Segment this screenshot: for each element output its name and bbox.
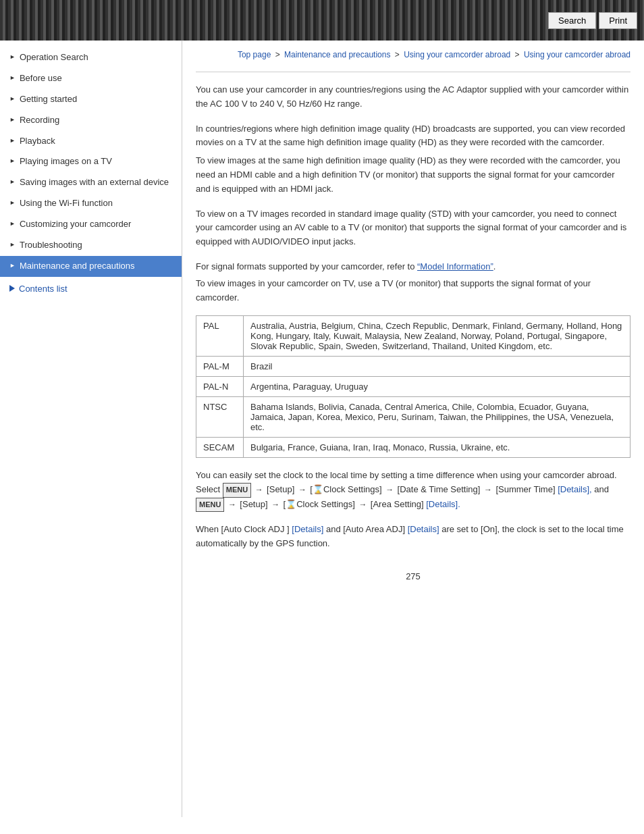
content-divider — [196, 72, 630, 72]
contents-list-link[interactable]: Contents list — [0, 277, 182, 301]
page-number: 275 — [196, 571, 630, 581]
breadcrumb-current[interactable]: Using your camcorder abroad — [524, 50, 630, 59]
para-std-quality: To view on a TV images recorded in stand… — [196, 207, 630, 249]
sidebar-item-label: Playback — [20, 136, 55, 147]
table-row: PAL-N Argentina, Paraguay, Uruguay — [196, 377, 630, 397]
clock-settings-text-1: [⌛Clock Settings] — [310, 484, 381, 494]
clock-settings-section: You can easily set the clock to the loca… — [196, 469, 630, 512]
model-info-link[interactable]: “Model Information” — [417, 261, 493, 271]
contents-list-label: Contents list — [19, 284, 68, 294]
arrow-icon: ► — [9, 199, 16, 207]
contents-list-arrow-icon — [9, 285, 15, 292]
table-row: PAL Australia, Austria, Belgium, China, … — [196, 316, 630, 357]
arrow-icon: ► — [9, 262, 16, 270]
table-desc-secam: Bulgaria, France, Guiana, Iran, Iraq, Mo… — [244, 438, 630, 458]
sidebar-item-label: Operation Search — [20, 52, 88, 63]
summer-time-text: [Summer Time] — [495, 484, 555, 494]
sidebar-item-playing-images[interactable]: ► Playing images on a TV — [0, 151, 182, 172]
search-button[interactable]: Search — [548, 12, 596, 29]
sidebar-item-operation-search[interactable]: ► Operation Search — [0, 47, 182, 68]
auto-clock-section: When [Auto Clock ADJ ] [Details] and [Au… — [196, 523, 630, 551]
arrow-icon: ► — [9, 178, 16, 186]
sidebar-item-label: Getting started — [20, 94, 77, 105]
table-label-paln: PAL-N — [196, 377, 244, 397]
para-ac-adaptor: You can use your camcorder in any countr… — [196, 83, 630, 111]
para-hd-broadcast-text2: To view images at the same high definiti… — [196, 154, 630, 196]
table-desc-paln: Argentina, Paraguay, Uruguay — [244, 377, 630, 397]
breadcrumb: Top page > Maintenance and precautions >… — [196, 49, 630, 61]
sidebar-item-label: Customizing your camcorder — [20, 219, 131, 230]
main-layout: ► Operation Search ► Before use ► Gettin… — [0, 41, 644, 817]
arrow-icon: ► — [9, 241, 16, 249]
setup-text-2: [Setup] — [240, 499, 267, 509]
table-desc-pal: Australia, Austria, Belgium, China, Czec… — [244, 316, 630, 357]
sidebar-item-customizing[interactable]: ► Customizing your camcorder — [0, 214, 182, 235]
sidebar-item-label: Troubleshooting — [20, 240, 82, 251]
arrow-icon: ► — [9, 116, 16, 124]
sidebar-item-getting-started[interactable]: ► Getting started — [0, 89, 182, 110]
clock-settings-text-2: [⌛Clock Settings] — [284, 499, 355, 509]
table-row: NTSC Bahama Islands, Bolivia, Canada, Ce… — [196, 397, 630, 438]
arrow-icon: ► — [9, 95, 16, 103]
arrow-1: → — [255, 485, 265, 494]
arrow-icon: ► — [9, 74, 16, 82]
content-area: Top page > Maintenance and precautions >… — [182, 41, 644, 817]
table-desc-palm: Brazil — [244, 357, 630, 377]
sidebar-item-recording[interactable]: ► Recording — [0, 110, 182, 131]
breadcrumb-sep3: > — [515, 50, 522, 59]
table-label-ntsc: NTSC — [196, 397, 244, 438]
sidebar-item-label: Using the Wi-Fi function — [20, 198, 113, 209]
table-row: PAL-M Brazil — [196, 357, 630, 377]
para-std-quality-text: To view on a TV images recorded in stand… — [196, 209, 626, 247]
auto-clock-text: When [Auto Clock ADJ ] [Details] and [Au… — [196, 523, 630, 551]
details-link-2[interactable]: [Details]. — [426, 499, 460, 509]
sidebar-item-using-wifi[interactable]: ► Using the Wi-Fi function — [0, 193, 182, 214]
header-buttons: Search Print — [548, 12, 637, 29]
arrow-icon: ► — [9, 220, 16, 228]
breadcrumb-sep1: > — [275, 50, 282, 59]
arrow-2: → — [298, 485, 308, 494]
menu-button-2: MENU — [196, 498, 224, 513]
table-label-palm: PAL-M — [196, 357, 244, 377]
sidebar-item-label: Saving images with an external device — [20, 177, 169, 188]
clock-settings-text: You can easily set the clock to the loca… — [196, 469, 630, 512]
table-desc-ntsc: Bahama Islands, Bolivia, Canada, Central… — [244, 397, 630, 438]
header: Search Print — [0, 0, 644, 41]
menu-button-1: MENU — [223, 483, 251, 498]
para-ac-adaptor-text: You can use your camcorder in any countr… — [196, 84, 628, 109]
arrow-6: → — [271, 500, 281, 509]
auto-clock-details-2[interactable]: [Details] — [408, 524, 439, 534]
para-signal-format-text1: For signal formats supported by your cam… — [196, 260, 630, 274]
signal-format-table: PAL Australia, Austria, Belgium, China, … — [196, 315, 630, 458]
sidebar: ► Operation Search ► Before use ► Gettin… — [0, 41, 182, 817]
print-button[interactable]: Print — [599, 12, 637, 29]
setup-text-1: [Setup] — [267, 484, 294, 494]
area-setting-text: [Area Setting] — [371, 499, 424, 509]
breadcrumb-sep2: > — [395, 50, 402, 59]
breadcrumb-abroad-link[interactable]: Using your camcorder abroad — [404, 50, 510, 59]
arrow-3: → — [385, 485, 396, 494]
table-label-secam: SECAM — [196, 438, 244, 458]
sidebar-item-label: Playing images on a TV — [20, 156, 112, 167]
sidebar-item-label: Recording — [20, 115, 59, 126]
arrow-icon: ► — [9, 53, 16, 61]
sidebar-item-label: Maintenance and precautions — [20, 261, 135, 272]
sidebar-item-label: Before use — [20, 73, 62, 84]
sidebar-item-maintenance[interactable]: ► Maintenance and precautions — [0, 256, 182, 277]
arrow-7: → — [358, 500, 369, 509]
arrow-icon: ► — [9, 157, 16, 165]
breadcrumb-top[interactable]: Top page — [238, 50, 271, 59]
para-hd-broadcast: In countries/regions where high definiti… — [196, 122, 630, 197]
arrow-5: → — [228, 500, 238, 509]
sidebar-item-saving-images[interactable]: ► Saving images with an external device — [0, 172, 182, 193]
sidebar-item-playback[interactable]: ► Playback — [0, 131, 182, 152]
sidebar-item-troubleshooting[interactable]: ► Troubleshooting — [0, 235, 182, 256]
para-hd-broadcast-text1: In countries/regions where high definiti… — [196, 122, 630, 151]
breadcrumb-maintenance[interactable]: Maintenance and precautions — [284, 50, 390, 59]
sidebar-item-before-use[interactable]: ► Before use — [0, 68, 182, 89]
auto-clock-details-1[interactable]: [Details] — [292, 524, 323, 534]
date-time-text: [Date & Time Setting] — [398, 484, 481, 494]
arrow-4: → — [484, 485, 494, 494]
details-link-1[interactable]: [Details], — [558, 484, 592, 494]
table-row: SECAM Bulgaria, France, Guiana, Iran, Ir… — [196, 438, 630, 458]
